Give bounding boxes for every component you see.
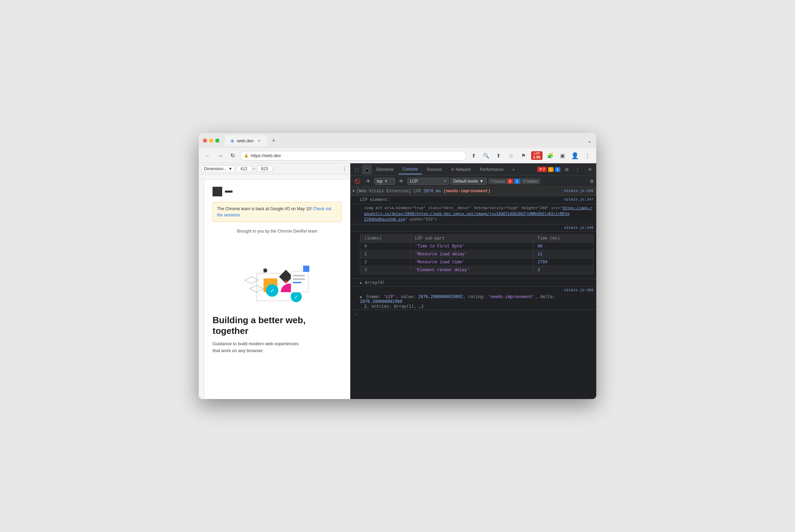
devtools-more-button[interactable]: ⋮ xyxy=(573,165,582,174)
error-count: 7 xyxy=(543,167,545,172)
back-button[interactable]: ← xyxy=(203,151,213,161)
filter-input[interactable]: LCP ✕ xyxy=(407,178,449,185)
more-tabs-button[interactable]: » xyxy=(508,165,519,174)
maximize-button[interactable] xyxy=(215,139,219,143)
table-row: 2 'Resource load time' 2784 xyxy=(360,258,593,266)
svg-text:✓: ✓ xyxy=(294,294,298,300)
devtools-tab-actions: ✕7 1 6 ⚙ ⋮ ✕ xyxy=(537,165,595,174)
console-arrow: › xyxy=(353,311,359,318)
table-cell-index-3: 3 xyxy=(360,266,411,274)
obj-delta-cont: 2 xyxy=(360,304,366,309)
tab-favicon: ◈ xyxy=(230,138,234,143)
svg-text:✓: ✓ xyxy=(270,288,274,294)
tab-console[interactable]: Console xyxy=(399,165,422,174)
toolbar: ← → ↻ 🔒 https://web.dev ⬆ 🔍 ⬆ ☆ ⚑ LCP 2.… xyxy=(199,148,596,163)
table-cell-subpart-0: 'Time to First Byte' xyxy=(411,242,533,250)
console-eye-button[interactable]: 👁 xyxy=(363,176,373,186)
lcp-value: 2.88 xyxy=(533,155,540,159)
inspect-element-button[interactable]: ⬚ xyxy=(352,165,361,174)
minimize-button[interactable] xyxy=(209,139,213,143)
table-cell-index-0: 0 xyxy=(360,242,411,250)
devtools-close-button[interactable]: ✕ xyxy=(585,165,595,174)
vitals-source-1[interactable]: vitals.js:235 xyxy=(564,189,593,193)
issues-badge[interactable]: 7 Issues: 6 1 5 hidden xyxy=(488,178,541,184)
lcp-table-row: (index) LCP sub-part Time (ms) 0 'Time t… xyxy=(350,232,596,279)
tab-network[interactable]: ⚠ Network xyxy=(447,165,475,174)
notification-text: The Chrome team is back at Google I/O on… xyxy=(217,206,313,211)
vitals-source-4[interactable]: vitals.js:308 xyxy=(564,288,593,292)
dimension-bar: Dimension... ▼ 412 × 823 ⋮ xyxy=(199,163,350,174)
menu-icon[interactable]: ⋮ xyxy=(582,151,592,161)
share-icon[interactable]: ⬆ xyxy=(494,151,504,161)
profile-icon[interactable]: 👤 xyxy=(570,151,580,161)
refresh-button[interactable]: ↻ xyxy=(228,151,237,161)
context-chevron: ▼ xyxy=(384,179,388,184)
search-icon[interactable]: 🔍 xyxy=(482,151,491,161)
expand-array-button[interactable]: ▶ xyxy=(360,280,362,285)
dimension-chevron: ▼ xyxy=(228,166,233,171)
width-input[interactable]: 412 xyxy=(236,166,252,172)
bookmark-icon[interactable]: ☆ xyxy=(506,151,516,161)
log-level-selector[interactable]: Default levels ▼ xyxy=(450,178,487,185)
tab-performance[interactable]: Performance xyxy=(476,165,508,174)
top-label: top xyxy=(377,179,383,184)
obj-rating: 'needs-improvement' xyxy=(488,294,535,299)
sidebar-icon[interactable]: ▣ xyxy=(558,151,567,161)
error-count-badge: ✕7 xyxy=(537,167,547,172)
img-tag-open: <img alt aria-hidden="true" class="hero_… xyxy=(364,206,562,210)
vitals-source-3[interactable]: vitals.js:248 xyxy=(564,226,593,230)
flag-icon[interactable]: ⚑ xyxy=(519,151,528,161)
tab-elements[interactable]: Elements xyxy=(372,165,398,174)
obj-value: 2876.2000000029802 xyxy=(418,294,463,299)
issues-error-count: 6 xyxy=(509,179,511,183)
info-count-badge: 6 xyxy=(555,167,560,172)
title-bar: ◈ web.dev ✕ + ⌄ xyxy=(199,133,596,148)
lcp-label: LCP xyxy=(534,152,540,155)
extensions-icon[interactable]: 🧩 xyxy=(545,151,555,161)
svg-rect-11 xyxy=(293,278,305,280)
devtools-settings-button[interactable]: ⚙ xyxy=(562,165,571,174)
svg-rect-10 xyxy=(293,275,305,276)
filter-clear-button[interactable]: ✕ xyxy=(443,179,446,183)
vertical-ruler xyxy=(199,180,204,399)
vitals-source-2[interactable]: vitals.js:247 xyxy=(564,197,593,202)
console-content[interactable]: ▶ [Web Vitals Extension] LCP 2876 ms (ne… xyxy=(350,187,596,399)
console-toolbar: 🚫 👁 top ▼ 👁 LCP ✕ Default levels ▼ 7 Iss… xyxy=(350,176,596,187)
array-row[interactable]: ▶ Array(4) xyxy=(350,279,596,287)
download-icon[interactable]: ⬆ xyxy=(469,151,479,161)
obj-open: {name: xyxy=(366,294,383,299)
table-source-row: vitals.js:248 xyxy=(350,224,596,232)
tab-network-label: Network xyxy=(456,167,471,172)
clear-console-button[interactable]: 🚫 xyxy=(352,176,362,186)
active-tab[interactable]: ◈ web.dev ✕ xyxy=(225,135,267,146)
console-settings-button[interactable]: ⚙ xyxy=(590,178,594,184)
device-toggle-button[interactable]: 📱 xyxy=(362,165,372,174)
height-input[interactable]: 823 xyxy=(257,166,272,172)
horizontal-ruler xyxy=(199,174,350,180)
dimension-more[interactable]: ⋮ xyxy=(342,165,347,172)
dimension-selector[interactable]: Dimension... ▼ xyxy=(202,165,235,172)
window-chevron[interactable]: ⌄ xyxy=(587,137,592,144)
table-header-index: (index) xyxy=(360,234,411,242)
obj-rating-label: , rating: xyxy=(463,294,488,299)
forward-button[interactable]: → xyxy=(215,151,225,161)
tab-close-button[interactable]: ✕ xyxy=(256,138,262,143)
warning-count: 1 xyxy=(550,167,552,172)
console-eye2-button[interactable]: 👁 xyxy=(396,176,406,186)
obj-entries: , entries: Array(1), …} xyxy=(366,304,424,309)
context-selector[interactable]: top ▼ xyxy=(374,178,395,185)
expand-obj-button[interactable]: ▶ xyxy=(360,294,362,299)
expand-vitals-button[interactable]: ▶ xyxy=(352,190,357,192)
address-bar[interactable]: 🔒 https://web.dev xyxy=(240,151,466,161)
lcp-element-content: LCP element: xyxy=(360,197,564,202)
table-header-subpart: LCP sub-part xyxy=(411,234,533,242)
console-prompt-row: › xyxy=(350,310,596,319)
new-tab-button[interactable]: + xyxy=(269,136,278,145)
devrel-text: Brought to you by the Chrome DevRel team xyxy=(213,229,342,234)
tab-sources[interactable]: Sources xyxy=(423,165,446,174)
table-cell-time-3: 2 xyxy=(533,266,593,274)
hidden-count: 5 hidden xyxy=(523,179,538,183)
close-button[interactable] xyxy=(203,139,207,143)
obj-delta: 2876.200000002980 xyxy=(360,299,402,304)
obj-delta-label: , delta: xyxy=(535,294,555,299)
